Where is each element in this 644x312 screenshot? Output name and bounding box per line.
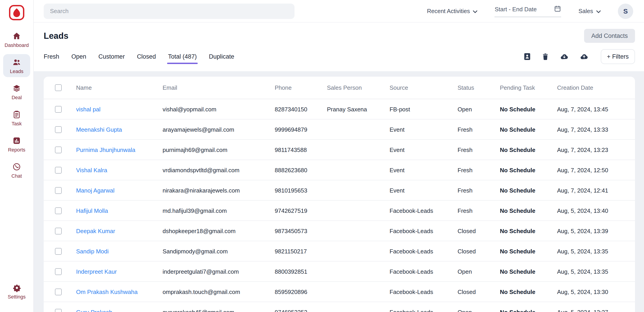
search-input[interactable] (44, 4, 294, 19)
cell-creation-date: Aug, 5, 2024, 13:30 (557, 281, 635, 302)
cell-email: Sandipmody@gmail.com (162, 241, 275, 261)
app-window: DashboardLeadsDealTaskReportsChat Settin… (0, 0, 644, 312)
tab-customer[interactable]: Customer (98, 53, 125, 60)
sidebar-item-label: Dashboard (4, 42, 29, 48)
lead-name-link[interactable]: Guru Prakash (76, 308, 112, 312)
cell-email: vrdiamondspvtltd@gmail.com (162, 160, 275, 180)
cell-sales-person (327, 302, 390, 312)
table-row: Sandip ModiSandipmody@gmail.com982115021… (44, 241, 635, 261)
cell-sales-person (327, 180, 390, 200)
lead-name-link[interactable]: vishal pal (76, 106, 100, 113)
cell-email: arayamajewels@gmail.com (162, 119, 275, 140)
lead-name-link[interactable]: Deepak Kumar (76, 227, 115, 234)
column-header-status: Status (458, 77, 500, 99)
app-logo-icon[interactable] (8, 5, 25, 21)
cell-source: Event (390, 119, 458, 140)
user-avatar[interactable]: S (618, 4, 633, 19)
lead-name-link[interactable]: Meenakshi Gupta (76, 126, 122, 133)
row-checkbox[interactable] (55, 146, 62, 153)
table-header: NameEmailPhoneSales PersonSourceStatusPe… (44, 77, 635, 99)
filters-button[interactable]: + Filters (600, 49, 635, 64)
recent-activities-dropdown[interactable]: Recent Activities (427, 8, 478, 15)
row-checkbox[interactable] (55, 126, 62, 133)
sidebar-item-chat[interactable]: Chat (3, 159, 30, 182)
cell-status: Closed (458, 221, 500, 241)
lead-name-link[interactable]: Manoj Agarwal (76, 187, 114, 194)
sidebar-item-deal[interactable]: Deal (3, 80, 30, 103)
table-row: Deepak Kumardshopkeeper18@gmail.com98734… (44, 221, 635, 241)
lead-name-link[interactable]: Vishal Kalra (76, 167, 107, 173)
row-checkbox[interactable] (55, 167, 62, 173)
row-checkbox[interactable] (55, 308, 62, 312)
row-checkbox-cell (44, 99, 76, 119)
main-area: Recent Activities Start - End Date Sales (34, 0, 644, 312)
cell-phone: 8287340150 (275, 99, 327, 119)
cell-pending-task: No Schedule (500, 281, 557, 302)
table-row: Meenakshi Guptaarayamajewels@gmail.com99… (44, 119, 635, 140)
cell-status: Fresh (458, 140, 500, 160)
cell-name: Manoj Agarwal (76, 180, 162, 200)
tab-fresh[interactable]: Fresh (44, 53, 59, 60)
reports-icon (12, 136, 21, 145)
cell-pending-task: No Schedule (500, 119, 557, 140)
tabs: FreshOpenCustomerClosedTotal (487)Duplic… (44, 53, 234, 60)
tabs-row: FreshOpenCustomerClosedTotal (487)Duplic… (34, 46, 644, 71)
row-checkbox-cell (44, 241, 76, 261)
cell-email: purnimajh69@gmail.com (162, 140, 275, 160)
lead-name-link[interactable]: Hafijul Molla (76, 207, 108, 214)
cell-source: Facebook-Leads (390, 281, 458, 302)
delete-icon[interactable] (541, 52, 549, 61)
cell-creation-date: Aug, 5, 2024, 13:27 (557, 302, 635, 312)
cell-phone: 9746952252 (275, 302, 327, 312)
sidebar-bottom: Settings (0, 279, 33, 306)
lead-name-link[interactable]: Sandip Modi (76, 248, 109, 254)
table-row: Vishal Kalravrdiamondspvtltd@gmail.com88… (44, 160, 635, 180)
role-label: Sales (578, 8, 593, 15)
tab-closed[interactable]: Closed (137, 53, 156, 60)
cell-status: Fresh (458, 180, 500, 200)
tab-duplicate[interactable]: Duplicate (209, 53, 234, 60)
sidebar-item-settings[interactable]: Settings (3, 279, 30, 302)
row-checkbox[interactable] (55, 288, 62, 295)
date-range-picker[interactable]: Start - End Date (495, 5, 561, 17)
row-checkbox[interactable] (55, 187, 62, 194)
cell-name: Deepak Kumar (76, 221, 162, 241)
row-checkbox[interactable] (55, 268, 62, 275)
cell-email: inderpreetgulati7@gmail.com (162, 261, 275, 281)
sidebar-item-reports[interactable]: Reports (3, 133, 30, 156)
role-dropdown[interactable]: Sales (578, 8, 601, 15)
cell-phone: 9873450573 (275, 221, 327, 241)
cell-source: Event (390, 180, 458, 200)
row-checkbox[interactable] (55, 227, 62, 234)
add-contacts-button[interactable]: Add Contacts (584, 29, 635, 43)
row-checkbox[interactable] (55, 106, 62, 113)
sidebar-item-task[interactable]: Task (3, 106, 30, 129)
lead-name-link[interactable]: Inderpreet Kaur (76, 268, 117, 275)
chevron-down-icon (596, 8, 601, 15)
contacts-book-icon[interactable] (523, 52, 531, 61)
row-checkbox[interactable] (55, 248, 62, 254)
leads-table: NameEmailPhoneSales PersonSourceStatusPe… (44, 77, 635, 312)
tab-open[interactable]: Open (72, 53, 86, 60)
cell-sales-person (327, 140, 390, 160)
lead-name-link[interactable]: Purnima Jhunjhunwala (76, 146, 135, 153)
cell-creation-date: Aug, 5, 2024, 13:40 (557, 200, 635, 221)
cell-name: Guru Prakash (76, 302, 162, 312)
chat-icon (12, 162, 21, 171)
cloud-upload-icon[interactable] (579, 52, 589, 61)
sidebar-item-leads[interactable]: Leads (3, 54, 30, 77)
column-header-email: Email (162, 77, 275, 99)
cell-status: Closed (458, 241, 500, 261)
tab-total-487[interactable]: Total (487) (168, 53, 197, 60)
cell-name: vishal pal (76, 99, 162, 119)
table-row: Inderpreet Kaurinderpreetgulati7@gmail.c… (44, 261, 635, 281)
date-range-placeholder: Start - End Date (495, 6, 536, 13)
cell-creation-date: Aug, 7, 2024, 12:41 (557, 180, 635, 200)
row-checkbox[interactable] (55, 207, 62, 214)
sidebar-item-dashboard[interactable]: Dashboard (3, 28, 30, 51)
lead-name-link[interactable]: Om Prakash Kushwaha (76, 288, 138, 295)
cell-email: nirakara@nirakarajewels.com (162, 180, 275, 200)
select-all-checkbox[interactable] (55, 84, 62, 91)
table-row: Guru Prakashguruprakash45@gmail.com97469… (44, 302, 635, 312)
cloud-download-icon[interactable] (559, 52, 569, 61)
